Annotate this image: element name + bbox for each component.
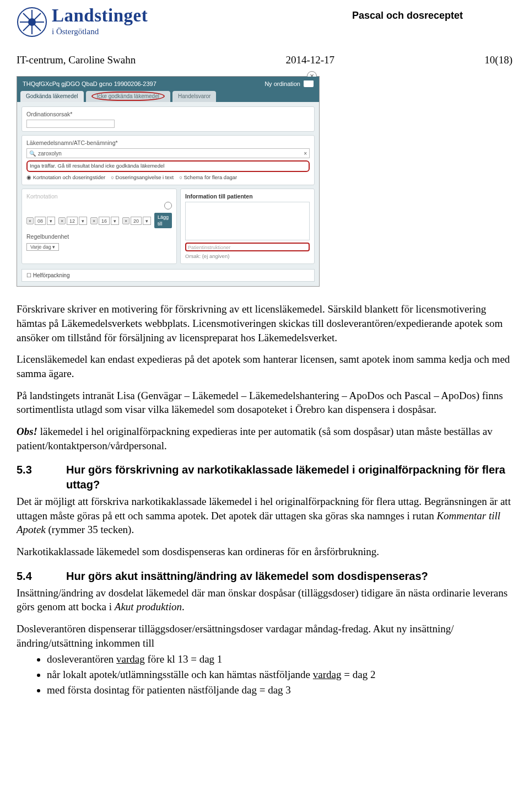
heading-5-3: 5.3 Hur görs förskrivning av narkotikakl…	[17, 463, 512, 492]
info-textarea[interactable]	[185, 202, 310, 240]
paragraph: På landstingets intranät Lisa (Genvägar …	[17, 389, 512, 417]
paragraph: Insättning/ändring av dosdelat läkemedel…	[17, 586, 512, 614]
radio-kortnotation[interactable]: ◉ Kortnotation och doseringstider	[26, 174, 105, 181]
orsak-text: Orsak: (ej angiven)	[185, 253, 310, 260]
document-title: Pascal och dosreceptet	[352, 7, 512, 22]
heading-5-4: 5.4 Hur görs akut insättning/ändring av …	[17, 569, 512, 584]
bullet-list: dosleverantören vardag före kl 13 = dag …	[17, 652, 512, 697]
patientinstruktioner-field[interactable]: Patientinstruktioner	[185, 243, 310, 251]
label-regelbundenhet: Regelbundenhet	[26, 233, 172, 240]
list-item: når lokalt apotek/utlämningsställe och k…	[47, 668, 512, 682]
meta-date: 2014-12-17	[285, 53, 334, 67]
meta-page: 10(18)	[484, 53, 512, 67]
label-ordinationsorsak: Ordinationsorsak*	[26, 110, 310, 118]
landstinget-logo-icon	[17, 7, 47, 37]
input-ordinationsorsak[interactable]	[26, 120, 115, 128]
radio-schema[interactable]: ○ Schema för flera dagar	[179, 174, 237, 181]
no-hits-message: Inga träffar. Gå till resultat bland ick…	[26, 160, 310, 172]
paragraph: Dosleverantören dispenserar tilläggsdose…	[17, 622, 512, 650]
book-icon[interactable]	[304, 80, 314, 87]
list-item: med första dosintag för patienten nästfö…	[47, 683, 512, 697]
select-regelbundenhet[interactable]: Varje dag ▾	[26, 243, 59, 251]
checkbox-helforpackning[interactable]: ☐ Helförpackning	[21, 269, 315, 282]
label-lakemedelsnamn: Läkemedelsnamn/ATC-benämning*	[26, 139, 310, 147]
logo-main-text: Landstinget	[52, 7, 148, 25]
paragraph: Obs! läkemedel i hel originalförpackning…	[17, 424, 512, 453]
header-ny-ordination: Ny ordination	[264, 80, 300, 88]
search-input[interactable]: 🔍 zaroxolyn ×	[26, 148, 310, 158]
patient-id: THQqfGXcPq gjDGO QbaD gcno 19900206-2397	[23, 80, 156, 88]
tab-handelsvaror[interactable]: Handelsvaror	[172, 91, 216, 102]
paragraph: Narkotikaklassade läkemedel som dosdispe…	[17, 545, 512, 559]
clear-search-icon[interactable]: ×	[304, 150, 307, 158]
logo-sub-text: i Östergötland	[52, 25, 148, 37]
search-icon: 🔍	[29, 150, 36, 158]
time-pill-16[interactable]: ×16▾	[90, 217, 119, 225]
clock-icon[interactable]	[164, 202, 172, 209]
time-pill-12[interactable]: ×12▾	[58, 217, 87, 225]
tab-godkanda[interactable]: Godkända läkemedel	[20, 91, 84, 102]
svg-point-5	[29, 19, 35, 25]
list-item: dosleverantören vardag före kl 13 = dag …	[47, 652, 512, 666]
paragraph: Licensläkemedel kan endast expedieras på…	[17, 352, 512, 380]
embedded-screenshot: × THQqfGXcPq gjDGO QbaD gcno 19900206-23…	[17, 76, 320, 287]
label-info-patient: Information till patienten	[185, 192, 310, 200]
paragraph: Förskrivare skriver en motivering för fö…	[17, 302, 512, 345]
paragraph: Det är möjligt att förskriva narkotikakl…	[17, 494, 512, 537]
logo-block: Landstinget i Östergötland	[17, 7, 148, 37]
add-time-button[interactable]: Lägg till	[154, 213, 172, 228]
time-pill-08[interactable]: ×08▾	[26, 217, 55, 225]
label-kortnotation: Kortnotation	[26, 192, 172, 200]
radio-doseringstext[interactable]: ○ Doseringsangivelse i text	[111, 174, 174, 181]
tab-icke-godkanda[interactable]: Icke godkända läkemedel	[86, 91, 170, 102]
time-pill-20[interactable]: ×20▾	[122, 217, 151, 225]
meta-author: IT-centrum, Caroline Swahn	[17, 53, 136, 67]
